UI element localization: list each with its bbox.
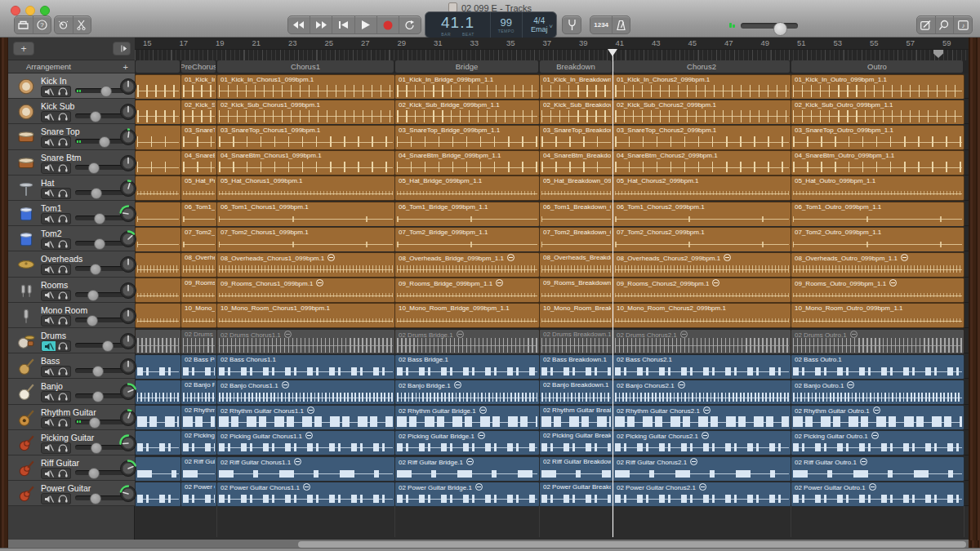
track-header-tom2[interactable]: Tom2 <box>8 226 135 251</box>
audio-region[interactable]: 02 Banjo Chorus1.1 <box>216 380 395 405</box>
audio-region[interactable]: 10_Mono_Room_Outro_099bpm_1.1 <box>791 303 964 328</box>
playhead-handle[interactable] <box>608 49 617 56</box>
audio-region[interactable]: 03_SnareTop_Bridge_099bpm_1.1 <box>394 125 540 150</box>
tuner-button[interactable] <box>563 16 581 33</box>
track-header-rhythm-guitar[interactable]: Rhythm Guitar <box>8 405 135 430</box>
media-browser-button[interactable]: ♪ <box>954 16 972 33</box>
record-button[interactable] <box>377 16 399 33</box>
mute-button[interactable] <box>41 136 57 148</box>
audio-region[interactable]: 09_Rooms_ <box>180 278 217 303</box>
audio-region[interactable] <box>135 74 181 100</box>
arrangement-marker-chorus2[interactable]: Chorus2 <box>613 60 790 73</box>
pan-knob[interactable] <box>118 204 138 227</box>
audio-region[interactable]: 02_Kick_Sub_Chorus2_099bpm.1 <box>612 100 791 125</box>
audio-region[interactable]: 02 Drums P <box>180 329 217 354</box>
pan-knob[interactable] <box>118 484 138 507</box>
audio-region[interactable]: 04_SnareBtm_Chorus2_099bpm.1 <box>612 150 791 176</box>
audio-region[interactable]: 02 Power Guitar Chorus1.1 <box>216 482 395 507</box>
audio-region[interactable]: 02 Power Guitar Breakdo <box>539 482 613 507</box>
audio-region[interactable]: 10_Mono_Room_Bridge_099bpm_1.1 <box>394 303 540 328</box>
volume-knob[interactable] <box>94 213 105 224</box>
audio-region[interactable]: 02 Rhythm Guitar Outro.1 <box>791 405 964 430</box>
track-header-bass[interactable]: Bass <box>8 353 135 379</box>
audio-region[interactable]: 09_Rooms_Outro_099bpm_1.1 <box>791 278 964 303</box>
solo-button[interactable] <box>56 86 71 97</box>
audio-region[interactable]: 08_Overheads_Bridge_099bpm_1.1 <box>394 252 540 278</box>
track-header-rooms[interactable]: Rooms <box>8 278 135 303</box>
metronome-button[interactable] <box>612 16 630 33</box>
audio-region[interactable]: 02_Kick_Su <box>180 100 217 125</box>
track-header-snare-btm[interactable]: Snare Btm <box>8 150 135 176</box>
mute-button[interactable] <box>41 366 57 377</box>
note-pad-button[interactable] <box>917 16 936 33</box>
pan-knob[interactable] <box>118 331 138 354</box>
audio-region[interactable]: 01_Kick_In_Chorus2_099bpm.1 <box>612 74 791 100</box>
solo-button[interactable] <box>56 366 71 377</box>
pan-knob[interactable] <box>118 433 138 456</box>
track-header-kick-in[interactable]: Kick In <box>8 73 135 99</box>
pan-knob[interactable] <box>118 127 138 150</box>
mute-button[interactable] <box>41 493 57 504</box>
audio-region[interactable]: 02 Bass Pre <box>180 354 217 380</box>
solo-button[interactable] <box>56 238 71 250</box>
pan-knob[interactable] <box>118 357 138 380</box>
track-header-power-guitar[interactable]: Power Guitar <box>8 481 135 506</box>
master-volume-knob[interactable] <box>773 22 787 36</box>
audio-region[interactable]: 02 Picking Guitar Break <box>539 430 613 455</box>
pan-knob[interactable] <box>118 179 138 202</box>
audio-region[interactable]: 02 Power G <box>180 482 217 507</box>
volume-knob[interactable] <box>90 264 101 275</box>
audio-region[interactable]: 02 Rhythm Guitar Chorus1.1 <box>216 405 395 430</box>
solo-button[interactable] <box>56 136 71 148</box>
mute-button[interactable] <box>41 213 57 224</box>
audio-region[interactable] <box>135 252 181 278</box>
smart-controls-button[interactable] <box>55 16 74 33</box>
arrangement-add-button[interactable]: + <box>123 62 128 72</box>
audio-region[interactable]: 02 Riff Guitar Chorus1.1 <box>216 456 395 482</box>
audio-region[interactable]: 02 Drums Breakdown.1 <box>539 329 613 354</box>
audio-region[interactable]: 02 Picking Guitar Chorus2.1 <box>612 430 791 455</box>
audio-region[interactable] <box>135 227 181 252</box>
audio-region[interactable]: 08_Overhea <box>180 252 217 278</box>
track-header-riff-guitar[interactable]: Riff Guitar <box>8 455 135 481</box>
fast-forward-button[interactable] <box>310 16 332 33</box>
track-header-tom1[interactable]: Tom1 <box>8 201 135 226</box>
audio-region[interactable]: 02 Rhythm Guitar Breakd <box>539 405 613 430</box>
audio-region[interactable]: 02 Banjo Pr <box>180 380 217 405</box>
volume-knob[interactable] <box>87 290 99 301</box>
mute-button[interactable] <box>41 315 57 327</box>
audio-region[interactable]: 02_Kick_Sub_Breakdown_ <box>539 100 613 125</box>
audio-region[interactable]: 06_Tom1_Chorus2_099bpm.1 <box>612 202 791 227</box>
audio-region[interactable] <box>135 202 181 227</box>
audio-region[interactable]: 08_Overheads_Chorus2_099bpm.1 <box>612 252 791 278</box>
pan-knob[interactable] <box>118 77 138 100</box>
audio-region[interactable]: 10_Mono_Room_Chorus1_099bpm.1 <box>216 303 395 328</box>
audio-region[interactable]: 02 Banjo Chorus2.1 <box>612 380 791 405</box>
mute-button[interactable] <box>41 111 57 122</box>
mute-button[interactable] <box>41 468 57 479</box>
audio-region[interactable]: 05_Hat_Outro_099bpm_1.1 <box>791 176 964 201</box>
volume-knob[interactable] <box>94 238 105 250</box>
audio-region[interactable]: 06_Tom1_Breakdown_099 <box>539 202 613 227</box>
volume-knob[interactable] <box>91 188 102 199</box>
audio-region[interactable]: 02 Rhythm Guitar Chorus2.1 <box>612 405 791 430</box>
audio-region[interactable]: 07_Tom2_Outro_099bpm_1.1 <box>791 227 964 252</box>
audio-region[interactable]: 01_Kick_In_Chorus1_099bpm.1 <box>216 74 395 100</box>
library-button[interactable] <box>15 16 33 33</box>
mute-button[interactable] <box>41 391 57 402</box>
audio-region[interactable]: 02 Drums Outro.1 <box>791 329 964 354</box>
audio-region[interactable] <box>135 303 181 328</box>
audio-region[interactable]: 07_Tom2_Breakdown_099 <box>539 227 613 252</box>
audio-region[interactable]: 03_SnareTop_Outro_099bpm_1.1 <box>791 125 964 150</box>
track-header-snare-top[interactable]: Snare Top <box>8 124 135 149</box>
track-header-overheads[interactable]: Overheads <box>8 251 135 277</box>
audio-region[interactable]: 06_Tom1_Pr <box>180 202 217 227</box>
audio-region[interactable]: 05_Hat_Chorus1_099bpm.1 <box>216 176 395 201</box>
audio-region[interactable]: 09_Rooms_Chorus1_099bpm.1 <box>216 278 395 303</box>
audio-region[interactable] <box>135 456 181 482</box>
mute-button[interactable] <box>41 86 57 97</box>
audio-region[interactable]: 07_Tom2_Chorus2_099bpm.1 <box>612 227 791 252</box>
audio-region[interactable]: 02 Bass Chorus2.1 <box>612 354 791 380</box>
audio-region[interactable]: 05_Hat_Chorus2_099bpm.1 <box>612 176 791 201</box>
audio-region[interactable]: 02 Bass Outro.1 <box>791 354 964 380</box>
